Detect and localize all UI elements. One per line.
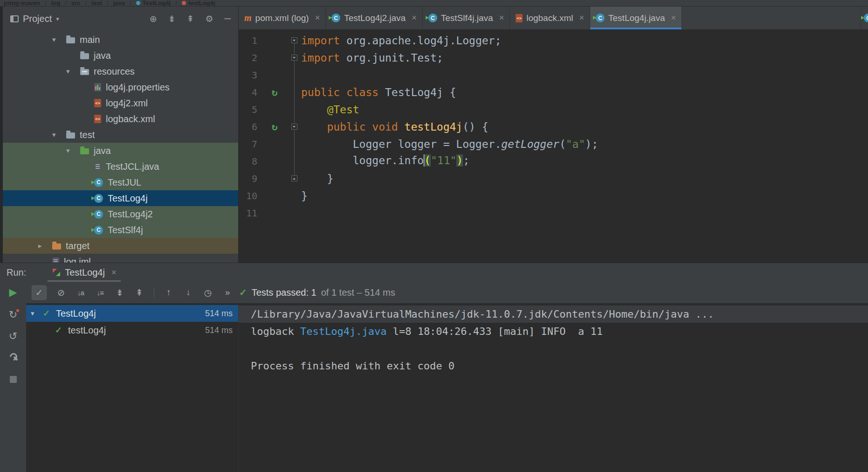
settings-gear-icon[interactable]: ⚙ <box>205 14 213 24</box>
fold-end-icon[interactable] <box>291 175 297 181</box>
tree-item-testlog4j2[interactable]: TestLog4j2 <box>3 206 238 222</box>
tree-item-main[interactable]: ▾main <box>3 32 238 48</box>
tab-partial[interactable] <box>861 7 868 29</box>
tree-item-test[interactable]: ▾test <box>3 127 238 143</box>
run-tab-testlog4j[interactable]: TestLog4j × <box>48 263 121 282</box>
test-name: TestLog4j <box>56 308 205 319</box>
tree-item-label: log4j.properties <box>106 82 170 93</box>
tab-logback-xml[interactable]: logback.xml× <box>510 7 590 29</box>
close-icon[interactable]: × <box>111 268 117 278</box>
tree-item-testlog4j[interactable]: TestLog4j <box>3 190 238 206</box>
collapse-all-button[interactable]: ⇞ <box>134 287 145 298</box>
project-title[interactable]: Project <box>23 14 52 24</box>
code-line: 2import org.junit.Test; <box>239 49 868 66</box>
tree-item-java[interactable]: ▾java <box>3 143 238 159</box>
tree-item-testslf4j[interactable]: TestSlf4j <box>3 222 238 238</box>
sort-by-duration-button[interactable]: ↓≡ <box>95 289 105 297</box>
code-token <box>301 121 327 133</box>
code-text: import org.junit.Test; <box>301 52 443 64</box>
code-token: public void <box>327 121 404 133</box>
breadcrumb-item-test[interactable]: test <box>91 0 102 7</box>
file-link[interactable]: TestLog4j.java <box>300 326 386 337</box>
tab-testlog4j2-java[interactable]: TestLog4j2.java× <box>326 7 423 29</box>
test-result-testlog4j[interactable]: ✓testLog4j514 ms <box>26 322 238 339</box>
code-token: import <box>301 35 340 47</box>
settings-wrench-button[interactable] <box>8 353 18 362</box>
code-token: () { <box>462 121 488 133</box>
collapse-all-icon[interactable]: ⇞ <box>187 14 194 24</box>
breadcrumb-separator: / <box>85 0 87 7</box>
chevron-down-icon[interactable]: ▾ <box>66 146 80 155</box>
code-text: import org.apache.log4j.Logger; <box>301 35 501 47</box>
code-token: "a" <box>566 138 586 150</box>
tree-item-log4j-properties[interactable]: log4j.properties <box>3 79 238 95</box>
next-failed-test-button[interactable]: ↓ <box>183 287 193 298</box>
tree-item-log4j2-xml[interactable]: log4j2.xml <box>3 95 238 111</box>
chevron-down-icon[interactable]: ▾ <box>52 131 66 139</box>
breadcrumb-item-testlog4j[interactable]: testLog4j <box>182 0 215 7</box>
breadcrumb-item-src[interactable]: src <box>71 0 81 7</box>
tree-item-log-iml[interactable]: log.iml <box>3 254 238 263</box>
tab-testlog4j-java[interactable]: TestLog4j.java× <box>590 7 682 29</box>
tree-item-label: target <box>66 241 90 251</box>
tree-item-testjcl-java[interactable]: TestJCL.java <box>3 159 238 174</box>
stop-button[interactable] <box>10 376 17 383</box>
show-ignored-button[interactable]: ⊘ <box>56 287 66 298</box>
close-icon[interactable]: × <box>671 13 676 23</box>
tab-pom-xml-log[interactable]: mpom.xml (log)× <box>239 7 326 29</box>
breadcrumb-item-java[interactable]: java <box>113 0 125 7</box>
breadcrumb-item-log[interactable]: log <box>51 0 61 7</box>
tree-item-label: TestJCL.java <box>106 161 159 172</box>
chevron-down-icon[interactable]: ▾ <box>52 35 66 44</box>
tree-item-resources[interactable]: ▾resources <box>3 63 238 79</box>
hide-panel-icon[interactable]: ─ <box>225 14 231 24</box>
fold-open-icon[interactable] <box>291 37 297 43</box>
tab-label: TestLog4j2.java <box>344 13 406 23</box>
line-number: 6 <box>239 121 262 132</box>
project-header-toolbar: ⊕⇟⇞⚙─ <box>150 14 231 24</box>
previous-failed-test-button[interactable]: ↑ <box>164 287 174 298</box>
show-passed-button[interactable]: ✓ <box>32 285 47 300</box>
chevron-down-icon[interactable]: ▾ <box>56 15 59 22</box>
code-token: ) <box>456 154 463 167</box>
folder-icon <box>80 53 89 59</box>
breadcrumb-item-pring-maven[interactable]: pring-maven <box>4 0 40 7</box>
more-options-button[interactable]: » <box>222 287 233 298</box>
close-icon[interactable]: × <box>499 13 504 23</box>
breadcrumb-item-testlog4j[interactable]: TestLog4j <box>136 0 171 7</box>
test-result-testlog4j[interactable]: ▾✓TestLog4j514 ms <box>26 305 238 322</box>
rerun-failed-tests-button[interactable]: ↻ <box>9 310 17 320</box>
expand-all-button[interactable]: ⇟ <box>115 287 125 298</box>
close-icon[interactable]: × <box>412 13 417 23</box>
close-icon[interactable]: × <box>315 13 320 23</box>
fold-open-icon[interactable] <box>291 124 297 130</box>
close-icon[interactable]: × <box>579 13 585 23</box>
refresh-button[interactable]: ↺ <box>9 331 17 341</box>
tree-item-java[interactable]: java <box>3 48 238 63</box>
code-lines: 1import org.apache.log4j.Logger;2import … <box>239 32 868 222</box>
run-console[interactable]: /Library/Java/JavaVirtualMachines/jdk-11… <box>239 303 868 472</box>
xml-file-icon <box>516 14 523 22</box>
locate-file-icon[interactable]: ⊕ <box>150 14 157 24</box>
chevron-right-icon[interactable]: ▸ <box>38 242 52 250</box>
chevron-down-icon[interactable]: ▾ <box>66 67 80 76</box>
run-test-icon[interactable]: ↻ <box>272 121 278 132</box>
tree-item-testjul[interactable]: TestJUL <box>3 174 238 190</box>
tree-item-target[interactable]: ▸target <box>3 238 238 254</box>
test-duration: 514 ms <box>205 326 233 335</box>
fold-gutter <box>287 37 301 43</box>
tab-testslf4j-java[interactable]: TestSlf4j.java× <box>423 7 510 29</box>
rerun-button[interactable]: ▶ <box>9 286 17 298</box>
code-editor[interactable]: 1import org.apache.log4j.Logger;2import … <box>239 30 868 263</box>
code-token: } <box>301 190 308 202</box>
junit-config-icon <box>52 268 61 277</box>
expand-all-icon[interactable]: ⇟ <box>168 14 176 24</box>
chevron-down-icon[interactable]: ▾ <box>31 309 43 318</box>
tree-item-logback-xml[interactable]: logback.xml <box>3 111 238 127</box>
test-history-button[interactable]: ◷ <box>203 287 213 298</box>
maven-icon: m <box>244 13 252 23</box>
run-test-icon[interactable]: ↻ <box>272 87 278 98</box>
fold-open-icon[interactable] <box>291 55 297 61</box>
sort-alphabetically-button[interactable]: ↓a <box>76 289 86 297</box>
breadcrumb-label: TestLog4j <box>143 0 171 7</box>
